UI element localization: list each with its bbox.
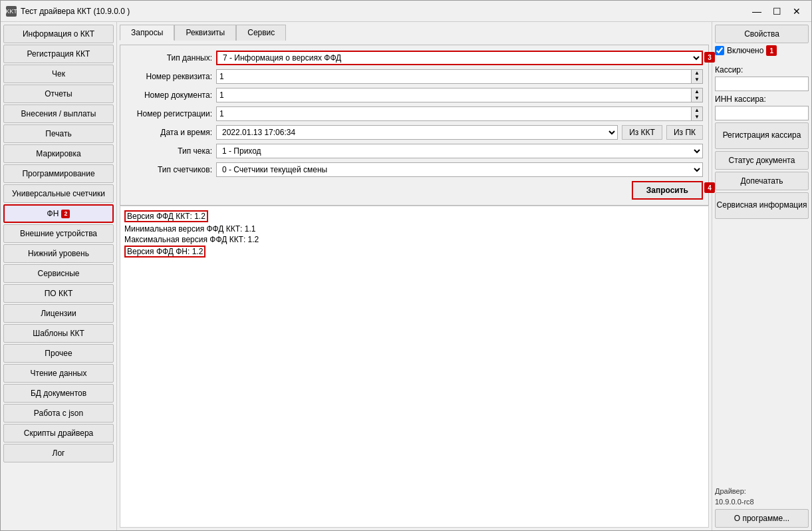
doc-num-down[interactable]: ▼ xyxy=(692,95,702,102)
window-controls: — ☐ ✕ xyxy=(747,4,806,19)
main-window: KKT Тест драйвера ККТ (10.9.0.0 ) — ☐ ✕ … xyxy=(0,0,812,531)
right-panel: Свойства Включено 1 Кассир: ИНН кассира:… xyxy=(712,22,811,530)
datetime-label: Дата и время: xyxy=(126,128,212,137)
counter-type-select[interactable]: 0 - Счетчики текущей смены xyxy=(216,162,703,177)
app-icon: KKT xyxy=(6,6,17,17)
request-row: Запросить 4 xyxy=(126,181,703,200)
result-line-3: Версия ФФД ФН: 1.2 xyxy=(124,246,205,258)
req-num-down[interactable]: ▼ xyxy=(692,77,702,83)
doc-num-spinbtns: ▲ ▼ xyxy=(691,88,703,102)
reg-num-down[interactable]: ▼ xyxy=(692,114,702,120)
sidebar-item-lower[interactable]: Нижний уровень xyxy=(3,244,114,263)
badge-3: 3 xyxy=(704,52,715,63)
sidebar-item-db[interactable]: БД документов xyxy=(3,384,114,403)
maximize-button[interactable]: ☐ xyxy=(767,4,786,19)
from-kkt-button[interactable]: Из ККТ xyxy=(622,125,662,140)
type-row: Тип данных: 7 - Информация о версиях ФФД… xyxy=(126,51,703,65)
datetime-row: Дата и время: 2022.01.13 17:06:34 Из ККТ… xyxy=(126,125,703,140)
sidebar-item-log[interactable]: Лог xyxy=(3,444,114,462)
enabled-label: Включено xyxy=(727,46,763,55)
inn-input[interactable] xyxy=(715,106,809,120)
doc-num-row: Номер документа: 1 ▲ ▼ xyxy=(126,88,703,102)
check-type-select[interactable]: 1 - Приход xyxy=(216,144,703,158)
sidebar-item-external[interactable]: Внешние устройства xyxy=(3,224,114,243)
result-line-2: Максимальная версия ФФД ККТ: 1.2 xyxy=(124,235,704,244)
sidebar-item-reg[interactable]: Регистрация ККТ xyxy=(3,45,114,63)
req-num-spinbtns: ▲ ▼ xyxy=(691,69,703,84)
result-line-1: Минимальная версия ФФД ККТ: 1.1 xyxy=(124,224,704,234)
driver-info-block: Драйвер: 10.9.0.0-rc8 xyxy=(715,486,809,507)
right-spacer xyxy=(715,221,809,484)
reg-num-label: Номер регистрации: xyxy=(126,109,212,118)
tab-service[interactable]: Сервис xyxy=(236,25,286,41)
req-num-spin: 1 ▲ ▼ xyxy=(216,69,703,84)
window-title: Тест драйвера ККТ (10.9.0.0 ) xyxy=(21,7,747,16)
req-num-up[interactable]: ▲ xyxy=(692,70,702,77)
sidebar-item-templates[interactable]: Шаблоны ККТ xyxy=(3,324,114,343)
badge-4: 4 xyxy=(704,182,715,193)
result-line-0: Версия ФФД ККТ: 1.2 xyxy=(124,210,208,222)
tab-requisites[interactable]: Реквизиты xyxy=(174,25,236,41)
driver-label: Драйвер: xyxy=(715,486,809,496)
reg-cashier-button[interactable]: Регистрация кассира xyxy=(715,122,809,149)
service-info-button[interactable]: Сервисная информация xyxy=(715,192,809,219)
request-button[interactable]: Запросить xyxy=(632,181,703,200)
sidebar-item-deposits[interactable]: Внесения / выплаты xyxy=(3,104,114,123)
datetime-select[interactable]: 2022.01.13 17:06:34 xyxy=(216,125,618,140)
center-panel: ЗапросыРеквизитыСервис Тип данных: 7 - И… xyxy=(117,22,712,530)
sidebar-item-readdata[interactable]: Чтение данных xyxy=(3,364,114,383)
counter-type-row: Тип счетчиков: 0 - Счетчики текущей смен… xyxy=(126,162,703,177)
doc-num-input[interactable]: 1 xyxy=(216,88,691,102)
sidebar-item-sw[interactable]: ПО ККТ xyxy=(3,284,114,303)
enabled-row: Включено 1 xyxy=(715,45,809,56)
check-type-row: Тип чека: 1 - Приход xyxy=(126,144,703,158)
sidebar-item-universal[interactable]: Универсальные счетчики xyxy=(3,184,114,203)
from-pc-button[interactable]: Из ПК xyxy=(666,125,703,140)
reg-num-input[interactable]: 1 xyxy=(216,106,691,121)
close-button[interactable]: ✕ xyxy=(787,4,806,19)
badge-1: 1 xyxy=(766,45,777,56)
sidebar-item-info[interactable]: Информация о ККТ xyxy=(3,25,114,43)
doc-num-label: Номер документа: xyxy=(126,90,212,100)
title-bar: KKT Тест драйвера ККТ (10.9.0.0 ) — ☐ ✕ xyxy=(1,1,811,22)
doc-num-up[interactable]: ▲ xyxy=(692,88,702,95)
about-button[interactable]: О программе... xyxy=(715,509,809,528)
req-num-row: Номер реквизита: 1 ▲ ▼ xyxy=(126,69,703,84)
req-num-input[interactable]: 1 xyxy=(216,69,691,84)
doc-status-button[interactable]: Статус документа xyxy=(715,151,809,170)
cashier-input[interactable] xyxy=(715,77,809,91)
sidebar-item-fn[interactable]: ФН2 xyxy=(3,204,114,223)
cashier-label: Кассир: xyxy=(715,65,809,75)
result-area: Версия ФФД ККТ: 1.2Минимальная версия ФФ… xyxy=(120,206,709,528)
check-type-label: Тип чека: xyxy=(126,146,212,156)
doc-num-spin: 1 ▲ ▼ xyxy=(216,88,703,102)
reg-num-spin: 1 ▲ ▼ xyxy=(216,106,703,121)
sidebar-item-programming[interactable]: Программирование xyxy=(3,164,114,183)
enabled-checkbox[interactable] xyxy=(715,46,724,55)
reprint-button[interactable]: Допечатать xyxy=(715,172,809,190)
sidebar-item-print[interactable]: Печать xyxy=(3,124,114,143)
left-sidebar: Информация о ККТРегистрация ККТЧекОтчеты… xyxy=(1,22,117,530)
sidebar-item-licenses[interactable]: Лицензии xyxy=(3,304,114,323)
type-label: Тип данных: xyxy=(126,53,212,63)
sidebar-item-json[interactable]: Работа с json xyxy=(3,404,114,423)
main-content: Информация о ККТРегистрация ККТЧекОтчеты… xyxy=(1,22,811,530)
type-select-wrapper: 7 - Информация о версиях ФФД xyxy=(216,51,703,65)
req-num-label: Номер реквизита: xyxy=(126,72,212,81)
spacer1 xyxy=(715,58,809,62)
counter-type-label: Тип счетчиков: xyxy=(126,165,212,174)
reg-num-up[interactable]: ▲ xyxy=(692,107,702,114)
request-btn-wrapper: Запросить 4 xyxy=(632,181,703,200)
tab-requests[interactable]: Запросы xyxy=(120,25,174,41)
sidebar-item-marking[interactable]: Маркировка xyxy=(3,144,114,163)
type-select[interactable]: 7 - Информация о версиях ФФД xyxy=(216,51,703,65)
sidebar-item-service_items[interactable]: Сервисные xyxy=(3,264,114,283)
sidebar-item-other[interactable]: Прочее xyxy=(3,344,114,363)
properties-button[interactable]: Свойства xyxy=(715,25,809,43)
reg-num-row: Номер регистрации: 1 ▲ ▼ xyxy=(126,106,703,121)
form-area: Тип данных: 7 - Информация о версиях ФФД… xyxy=(120,45,709,206)
minimize-button[interactable]: — xyxy=(747,4,766,19)
sidebar-item-scripts[interactable]: Скрипты драйвера xyxy=(3,424,114,442)
sidebar-item-check[interactable]: Чек xyxy=(3,65,114,83)
sidebar-item-reports[interactable]: Отчеты xyxy=(3,85,114,103)
